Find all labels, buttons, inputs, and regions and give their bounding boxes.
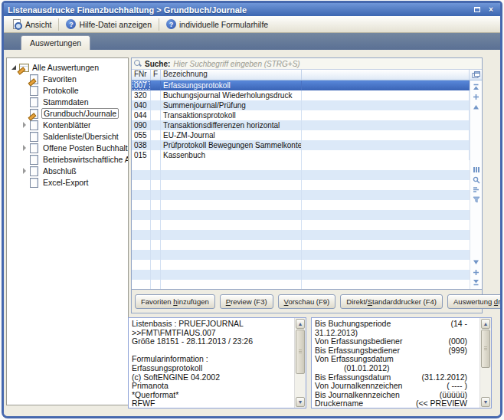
info-label: Bis Buchungsperiode [315,320,391,329]
tree-expander-icon[interactable] [10,63,18,71]
tree-item[interactable]: Offene Posten Buchhaltung [7,142,128,153]
table-row[interactable]: 055 EU-ZM-Journal [132,130,470,140]
info-line: Erfassungsprotokoll [132,364,202,373]
tree-item-label: Excel-Export [41,178,90,187]
tree-item-icon [29,132,39,141]
scroll-up-icon[interactable]: ▲ [481,319,490,329]
search-icon [134,60,142,67]
search-bar: Suche: [132,58,482,70]
column-header-fnr[interactable]: FNr [132,70,151,80]
action-button[interactable]: Preview (F3) [220,294,273,309]
tree-expander-icon[interactable] [21,166,29,175]
cell-fnr: 055 [132,130,151,140]
cell-bezeichnung: Prüfprotokoll Bewegungen Sammelkonten [161,140,302,150]
action-button[interactable]: Auswertung drucken [447,294,502,309]
table-row[interactable]: 090 Transaktionsdifferenzen horizontal [132,120,470,130]
scroll-down-icon[interactable]: ▼ [296,397,305,407]
formularhilfe-button[interactable]: ? individuelle Formularhilfe [162,18,273,31]
tree-item-label: Betriebswirtschaftliche Auswertungen [41,155,129,164]
tree-item[interactable]: Abschluß [7,165,128,176]
info-value: (<< PREVIEW [416,399,476,408]
record-nav-strip [470,80,482,289]
cell-fnr: 320 [132,90,151,100]
table-row[interactable]: 044 Transaktionsprotokoll [132,110,470,120]
ansicht-button[interactable]: Ansicht [7,18,56,31]
info-right-scrollbar[interactable]: ▲ ▼ [479,318,491,408]
list-info-text: Listenbasis : PRUEFJOURNAL>>FMT\FMTFIAUS… [129,318,294,408]
tree-expander-icon[interactable] [21,109,29,117]
tree-item-icon [29,120,39,130]
tree-item[interactable]: Stammdaten [7,96,128,107]
scrollbar-thumb[interactable] [296,330,305,374]
restore-button[interactable] [472,5,483,15]
tree-item[interactable]: Excel-Export [7,176,128,188]
tree-item-icon [29,86,39,95]
sort-icon[interactable] [472,185,480,194]
auswertungen-tree: Alle Auswertungen Favoriten Protokolle [6,57,129,405]
tab-auswertungen[interactable]: Auswertungen [21,35,90,50]
action-button[interactable]: Direkt/Standarddrucker (F4) [340,294,443,309]
column-header-f[interactable]: F [151,70,161,80]
cell-f [151,130,161,140]
info-left-scrollbar[interactable]: ▲ ▼ [294,318,306,408]
scroll-to-bottom-button[interactable] [472,278,480,287]
search-input[interactable] [173,60,479,68]
tree-expander-icon[interactable] [21,178,29,186]
tree-item-label: Saldenliste/Übersicht [41,132,120,141]
tree-item[interactable]: Alle Auswertungen [7,61,128,73]
table-header: FNr F Bezeichnung [132,70,482,80]
table-row[interactable]: 320 Buchungsjournal Wiederholungsdruck [132,90,470,100]
hilfe-datei-button[interactable]: ? Hilfe-Datei anzeigen [61,18,156,31]
tree-expander-icon[interactable] [21,143,29,152]
tree-item[interactable]: Grundbuch/Journale [7,107,128,119]
tree-expander-icon[interactable] [21,97,29,106]
table-row[interactable]: 015 Kassenbuch [132,150,470,160]
close-button[interactable]: × [486,5,496,15]
info-label: Von Journalkennzeichen [315,382,402,391]
column-header-bezeichnung[interactable]: Bezeichnung [161,70,302,80]
search-list-icon[interactable] [472,176,480,184]
info-value: ( ---- ) [447,382,476,391]
tree-expander-icon[interactable] [21,155,29,163]
scroll-to-top-button[interactable] [472,83,480,91]
scroll-down-button[interactable] [472,258,480,267]
action-buttons: Favoriten hinzufügen Preview (F3) Vorsch… [132,289,482,313]
scroll-down-icon[interactable]: ▼ [481,397,490,407]
add-record-button[interactable] [472,93,480,101]
scrollbar-thumb[interactable] [481,330,490,368]
table-row[interactable]: 040 Summenjournal/Prüfung [132,100,470,110]
info-line: Listenbasis : PRUEFJOURNAL [132,320,244,329]
tree-expander-icon[interactable] [21,74,29,83]
column-header-extra[interactable] [302,70,470,80]
tree-item-icon [29,143,39,153]
cell-bezeichnung: Transaktionsdifferenzen horizontal [161,120,302,130]
filter-icon[interactable] [472,195,480,204]
column-separator [301,160,302,289]
tree-item[interactable]: Betriebswirtschaftliche Auswertungen [7,153,128,165]
table-row[interactable]: 038 Prüfprotokoll Bewegungen Sammelkonte… [132,140,470,150]
tree-expander-icon[interactable] [21,132,29,140]
tree-item[interactable]: Saldenliste/Übersicht [7,130,128,142]
tree-item[interactable]: Protokolle [7,84,128,96]
cell-extra [302,150,470,160]
column-chooser-button[interactable] [470,70,482,80]
scroll-up-icon[interactable]: ▲ [296,319,305,329]
cell-extra [302,80,470,90]
action-button[interactable]: Favoriten hinzufügen [135,294,215,309]
action-button[interactable]: Vorschau (F9) [278,294,336,309]
tree-expander-icon[interactable] [21,120,29,129]
list-panel: Suche: FNr F Bezeichnung [131,57,483,313]
tree-item-icon [29,155,39,164]
scroll-up-button[interactable] [472,103,480,111]
table-row[interactable]: 007 Erfassungsprotokoll [132,80,470,90]
tree-item[interactable]: Favoriten [7,73,128,84]
columns-icon[interactable] [472,166,480,174]
add-record-button[interactable] [472,268,480,277]
cell-bezeichnung: Buchungsjournal Wiederholungsdruck [161,90,302,100]
tab-strip: Auswertungen [4,33,500,50]
cell-extra [302,90,470,100]
tree-item[interactable]: Kontenblätter [7,119,128,130]
tree-expander-icon[interactable] [21,86,29,94]
cell-bezeichnung: Kassenbuch [161,150,302,160]
help-icon: ? [66,19,76,29]
